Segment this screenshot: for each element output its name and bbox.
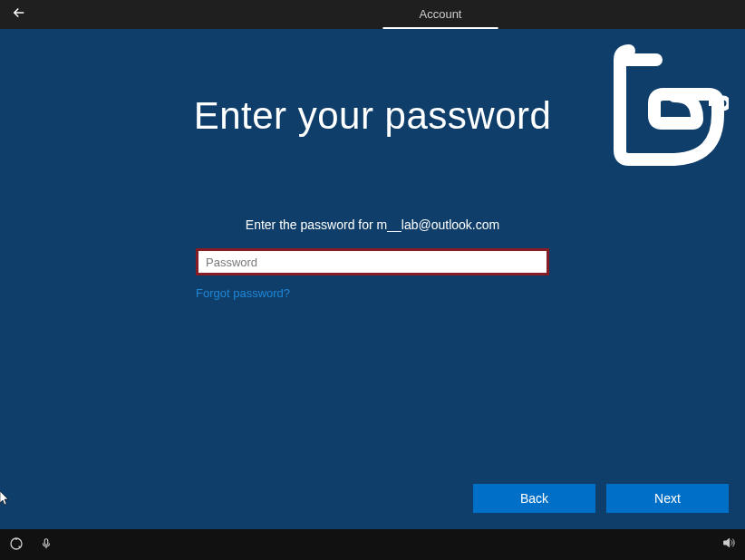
volume-icon[interactable] [721,537,736,553]
action-buttons: Back Next [473,484,729,513]
password-field-wrap: Forgot password? [196,248,549,301]
tab-account[interactable]: Account [383,0,498,29]
title-bar: Account [0,0,745,29]
tab-label: Account [420,7,462,21]
brand-logo-icon [611,42,729,172]
ease-of-access-icon[interactable] [9,536,24,554]
svg-rect-3 [44,538,48,544]
next-button[interactable]: Next [606,484,729,513]
back-button[interactable]: Back [473,484,595,513]
forgot-password-link[interactable]: Forgot password? [196,286,290,300]
back-arrow-icon[interactable] [0,5,38,25]
system-tray [0,529,745,560]
subtitle-text: Enter the password for m__lab@outlook.co… [0,217,745,232]
microphone-icon[interactable] [40,536,53,554]
password-input[interactable] [196,248,549,275]
main-panel: Enter your password Enter the password f… [0,31,745,529]
